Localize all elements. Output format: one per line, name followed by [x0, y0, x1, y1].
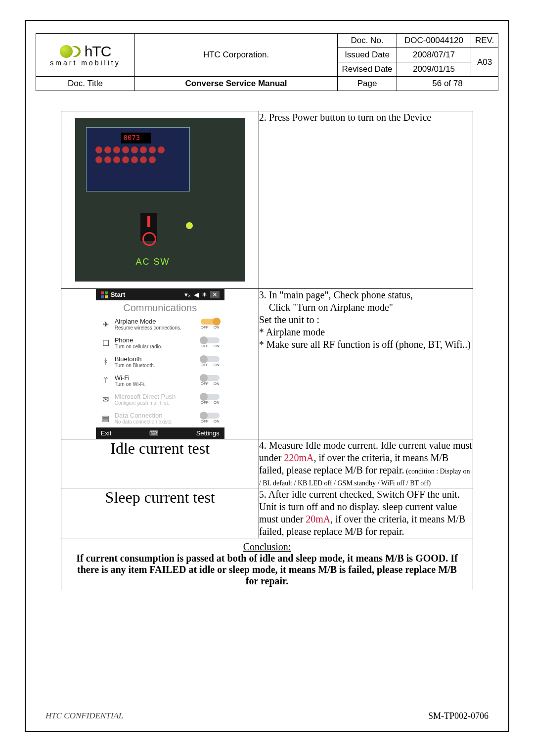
row-sub: Turn on Bluetooth. [115, 363, 197, 368]
header-table: hTC smart mobility HTC Corporation. Doc.… [36, 33, 498, 91]
step3-cell: 3. In "main page", Check phone status, C… [259, 289, 473, 439]
close-icon[interactable]: ✕ [210, 291, 220, 298]
row-toggle-wrap[interactable]: OFFON [201, 375, 220, 386]
step4-red: 220mA [284, 452, 313, 463]
row-title: Microsoft Direct Push [115, 393, 197, 400]
doc-title-label: Doc. Title [36, 77, 135, 91]
doc-no-label: Doc. No. [338, 34, 397, 48]
rev-label: REV. [471, 34, 498, 48]
phone-settings[interactable]: Settings [196, 429, 220, 437]
step3-c: Set the unit to : [259, 314, 473, 326]
htc-word: hTC [85, 43, 111, 60]
smart-mobility-text: smart mobility [50, 59, 120, 67]
content-table: 0073 AC SW [61, 111, 473, 590]
comm-title: Communications [96, 300, 224, 315]
page-footer: HTC CONFIDENTIAL SM-TP002-0706 [45, 711, 489, 721]
row-title: Bluetooth [115, 355, 197, 363]
step4-cell: 4. Measure Idle mode current. Idle curre… [259, 439, 473, 488]
revised-label: Revised Date [338, 62, 397, 77]
htc-logo: hTC [60, 43, 111, 60]
toggle-switch-icon[interactable] [201, 337, 220, 343]
phone-start: Start [111, 291, 126, 298]
row-text: Wi-FiTurn on Wi-Fi. [115, 374, 197, 387]
toggle-switch-icon[interactable] [201, 375, 220, 381]
toggle-labels: OFFON [201, 344, 220, 348]
row-toggle-wrap[interactable]: OFFON [201, 337, 220, 348]
psu-knobs2 [95, 156, 189, 163]
step2-cell: 2. Press Power button to turn on the Dev… [259, 111, 473, 289]
row-sub: No data connection exists. [115, 419, 197, 425]
comm-row[interactable]: ✈Airplane ModeResume wireless connection… [96, 315, 224, 333]
row2-photo-cell: 0073 AC SW [61, 111, 259, 289]
toggle-switch-icon[interactable] [201, 394, 220, 400]
comm-row[interactable]: ✉Microsoft Direct PushConfigure push mai… [96, 390, 224, 409]
toggle-switch-icon[interactable] [201, 319, 220, 325]
doc-body: hTC smart mobility HTC Corporation. Doc.… [26, 21, 508, 590]
row-text: Data ConnectionNo data connection exists… [115, 412, 197, 425]
toggle-switch-icon[interactable] [201, 356, 220, 362]
row-sub: Configure push mail first. [115, 400, 197, 406]
row-toggle-wrap[interactable]: OFFON [201, 394, 220, 405]
row-text: BluetoothTurn on Bluetooth. [115, 355, 197, 368]
row-icon: ☐ [101, 338, 111, 348]
row-icon: ▤ [101, 413, 111, 423]
led-dot-icon [186, 222, 193, 229]
sync-icon: ✶ [202, 291, 207, 298]
phone-screenshot: Start ▾ₓ ◀ ✶ ✕ Communications ✈Airplane … [96, 289, 224, 439]
doc-no: DOC-00044120 [397, 34, 471, 48]
switch-highlight-circle [142, 232, 156, 246]
row-title: Airplane Mode [115, 318, 197, 325]
page-value: 56 of 78 [397, 77, 498, 91]
row-toggle-wrap[interactable]: OFFON [201, 413, 220, 424]
step3-e: * Make sure all RF function is off (phon… [259, 338, 473, 351]
conclusion-cell: Conclusion: If current consumption is pa… [61, 538, 473, 590]
step5-red: 20mA [306, 514, 330, 524]
revised-date: 2009/01/15 [397, 62, 471, 77]
phone-rows: ✈Airplane ModeResume wireless connection… [96, 315, 224, 427]
comm-row[interactable]: ⍡Wi-FiTurn on Wi-Fi.OFFON [96, 371, 224, 390]
row-icon: ᚼ [101, 357, 111, 367]
footer-code: SM-TP002-0706 [428, 711, 489, 721]
toggle-labels: OFFON [201, 381, 220, 386]
issued-label: Issued Date [338, 48, 397, 62]
volume-icon: ◀ [194, 291, 199, 298]
row-toggle-wrap[interactable]: OFFON [201, 319, 220, 330]
row-title: Data Connection [115, 412, 197, 419]
conclusion-label: Conclusion: [243, 541, 291, 552]
toggle-labels: OFFON [201, 325, 220, 330]
phone-topbar: Start ▾ₓ ◀ ✶ ✕ [96, 289, 224, 300]
psu-display: 0073 [121, 133, 151, 143]
windows-flag-icon [101, 291, 108, 298]
toggle-labels: OFFON [201, 400, 220, 405]
row-sub: Turn on cellular radio. [115, 344, 197, 349]
toggle-switch-icon[interactable] [201, 413, 220, 419]
row-sub: Resume wireless connections. [115, 325, 197, 331]
row-text: PhoneTurn on cellular radio. [115, 336, 197, 349]
phone-exit[interactable]: Exit [101, 429, 112, 437]
page-label: Page [338, 77, 397, 91]
comm-row[interactable]: ▤Data ConnectionNo data connection exist… [96, 409, 224, 427]
step5-cell: 5. After idle current checked, Switch OF… [259, 488, 473, 538]
comm-row[interactable]: ᚼBluetoothTurn on Bluetooth.OFFON [96, 352, 224, 371]
doc-title: Converse Service Manual [135, 77, 338, 91]
row-icon: ✈ [101, 319, 111, 329]
row-icon: ⍡ [101, 376, 111, 385]
row-title: Wi-Fi [115, 374, 197, 381]
step3-b: Click "Turn on Airplane mode" [259, 301, 473, 314]
sleep-label: Sleep current test [61, 488, 259, 538]
psu-board: 0073 [86, 127, 190, 191]
idle-label: Idle current test [61, 439, 259, 488]
row-text: Microsoft Direct PushConfigure push mail… [115, 393, 197, 406]
issued-date: 2008/07/17 [397, 48, 471, 62]
row-toggle-wrap[interactable]: OFFON [201, 356, 220, 367]
psu-knobs [95, 146, 189, 153]
row3-phone-cell: Start ▾ₓ ◀ ✶ ✕ Communications ✈Airplane … [61, 289, 259, 439]
row-icon: ✉ [101, 394, 111, 404]
keyboard-icon[interactable]: ⌨ [149, 429, 159, 437]
hardware-photo: 0073 AC SW [75, 118, 244, 282]
toggle-labels: OFFON [201, 419, 220, 424]
row-sub: Turn on Wi-Fi. [115, 381, 197, 387]
phone-botbar: Exit ⌨ Settings [96, 427, 224, 439]
comm-row[interactable]: ☐PhoneTurn on cellular radio.OFFON [96, 333, 224, 352]
corp-name: HTC Corporation. [135, 34, 338, 77]
